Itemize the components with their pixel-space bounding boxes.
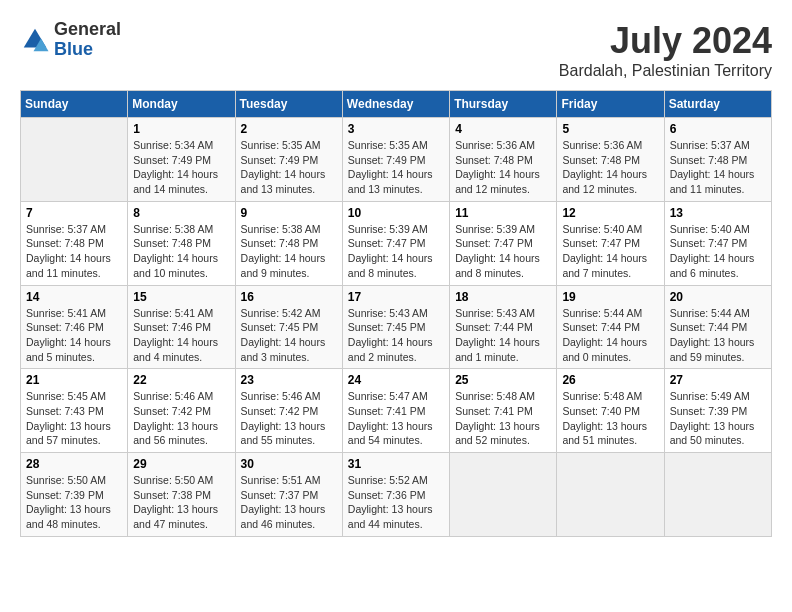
day-info: Sunrise: 5:37 AMSunset: 7:48 PMDaylight:… <box>26 222 122 281</box>
day-number: 18 <box>455 290 551 304</box>
calendar-week-row: 21Sunrise: 5:45 AMSunset: 7:43 PMDayligh… <box>21 369 772 453</box>
day-number: 29 <box>133 457 229 471</box>
day-number: 2 <box>241 122 337 136</box>
day-info: Sunrise: 5:39 AMSunset: 7:47 PMDaylight:… <box>348 222 444 281</box>
logo: General Blue <box>20 20 121 60</box>
day-number: 8 <box>133 206 229 220</box>
day-number: 5 <box>562 122 658 136</box>
day-number: 13 <box>670 206 766 220</box>
calendar-week-row: 7Sunrise: 5:37 AMSunset: 7:48 PMDaylight… <box>21 201 772 285</box>
calendar-day-cell: 10Sunrise: 5:39 AMSunset: 7:47 PMDayligh… <box>342 201 449 285</box>
day-number: 3 <box>348 122 444 136</box>
day-info: Sunrise: 5:42 AMSunset: 7:45 PMDaylight:… <box>241 306 337 365</box>
calendar-day-cell <box>450 453 557 537</box>
day-info: Sunrise: 5:46 AMSunset: 7:42 PMDaylight:… <box>133 389 229 448</box>
logo-general: General <box>54 20 121 40</box>
logo-text: General Blue <box>54 20 121 60</box>
day-info: Sunrise: 5:51 AMSunset: 7:37 PMDaylight:… <box>241 473 337 532</box>
calendar-day-cell: 6Sunrise: 5:37 AMSunset: 7:48 PMDaylight… <box>664 118 771 202</box>
day-number: 14 <box>26 290 122 304</box>
day-info: Sunrise: 5:49 AMSunset: 7:39 PMDaylight:… <box>670 389 766 448</box>
day-of-week-header: Sunday <box>21 91 128 118</box>
day-info: Sunrise: 5:44 AMSunset: 7:44 PMDaylight:… <box>562 306 658 365</box>
day-info: Sunrise: 5:52 AMSunset: 7:36 PMDaylight:… <box>348 473 444 532</box>
calendar-day-cell: 14Sunrise: 5:41 AMSunset: 7:46 PMDayligh… <box>21 285 128 369</box>
month-year: July 2024 <box>559 20 772 62</box>
day-info: Sunrise: 5:38 AMSunset: 7:48 PMDaylight:… <box>133 222 229 281</box>
day-number: 28 <box>26 457 122 471</box>
day-info: Sunrise: 5:48 AMSunset: 7:41 PMDaylight:… <box>455 389 551 448</box>
calendar-day-cell <box>664 453 771 537</box>
calendar-day-cell: 15Sunrise: 5:41 AMSunset: 7:46 PMDayligh… <box>128 285 235 369</box>
calendar-header: SundayMondayTuesdayWednesdayThursdayFrid… <box>21 91 772 118</box>
day-number: 21 <box>26 373 122 387</box>
day-number: 23 <box>241 373 337 387</box>
day-info: Sunrise: 5:38 AMSunset: 7:48 PMDaylight:… <box>241 222 337 281</box>
day-info: Sunrise: 5:35 AMSunset: 7:49 PMDaylight:… <box>348 138 444 197</box>
day-number: 16 <box>241 290 337 304</box>
day-number: 12 <box>562 206 658 220</box>
calendar-table: SundayMondayTuesdayWednesdayThursdayFrid… <box>20 90 772 537</box>
day-info: Sunrise: 5:44 AMSunset: 7:44 PMDaylight:… <box>670 306 766 365</box>
calendar-day-cell: 25Sunrise: 5:48 AMSunset: 7:41 PMDayligh… <box>450 369 557 453</box>
day-number: 19 <box>562 290 658 304</box>
day-info: Sunrise: 5:35 AMSunset: 7:49 PMDaylight:… <box>241 138 337 197</box>
day-number: 1 <box>133 122 229 136</box>
calendar-week-row: 28Sunrise: 5:50 AMSunset: 7:39 PMDayligh… <box>21 453 772 537</box>
title-area: July 2024 Bardalah, Palestinian Territor… <box>559 20 772 80</box>
day-info: Sunrise: 5:40 AMSunset: 7:47 PMDaylight:… <box>562 222 658 281</box>
day-number: 6 <box>670 122 766 136</box>
day-info: Sunrise: 5:41 AMSunset: 7:46 PMDaylight:… <box>133 306 229 365</box>
day-number: 10 <box>348 206 444 220</box>
calendar-week-row: 14Sunrise: 5:41 AMSunset: 7:46 PMDayligh… <box>21 285 772 369</box>
day-info: Sunrise: 5:39 AMSunset: 7:47 PMDaylight:… <box>455 222 551 281</box>
day-number: 26 <box>562 373 658 387</box>
location: Bardalah, Palestinian Territory <box>559 62 772 80</box>
day-info: Sunrise: 5:50 AMSunset: 7:39 PMDaylight:… <box>26 473 122 532</box>
day-number: 4 <box>455 122 551 136</box>
calendar-day-cell: 19Sunrise: 5:44 AMSunset: 7:44 PMDayligh… <box>557 285 664 369</box>
calendar-day-cell: 3Sunrise: 5:35 AMSunset: 7:49 PMDaylight… <box>342 118 449 202</box>
calendar-day-cell <box>557 453 664 537</box>
calendar-day-cell: 5Sunrise: 5:36 AMSunset: 7:48 PMDaylight… <box>557 118 664 202</box>
calendar-day-cell: 12Sunrise: 5:40 AMSunset: 7:47 PMDayligh… <box>557 201 664 285</box>
calendar-day-cell: 18Sunrise: 5:43 AMSunset: 7:44 PMDayligh… <box>450 285 557 369</box>
calendar-day-cell: 27Sunrise: 5:49 AMSunset: 7:39 PMDayligh… <box>664 369 771 453</box>
day-number: 22 <box>133 373 229 387</box>
calendar-day-cell: 1Sunrise: 5:34 AMSunset: 7:49 PMDaylight… <box>128 118 235 202</box>
calendar-day-cell: 28Sunrise: 5:50 AMSunset: 7:39 PMDayligh… <box>21 453 128 537</box>
calendar-body: 1Sunrise: 5:34 AMSunset: 7:49 PMDaylight… <box>21 118 772 537</box>
calendar-day-cell: 11Sunrise: 5:39 AMSunset: 7:47 PMDayligh… <box>450 201 557 285</box>
day-info: Sunrise: 5:36 AMSunset: 7:48 PMDaylight:… <box>562 138 658 197</box>
day-number: 15 <box>133 290 229 304</box>
day-number: 20 <box>670 290 766 304</box>
calendar-day-cell: 20Sunrise: 5:44 AMSunset: 7:44 PMDayligh… <box>664 285 771 369</box>
day-number: 30 <box>241 457 337 471</box>
day-number: 9 <box>241 206 337 220</box>
logo-blue: Blue <box>54 40 121 60</box>
day-number: 27 <box>670 373 766 387</box>
day-number: 25 <box>455 373 551 387</box>
day-of-week-header: Thursday <box>450 91 557 118</box>
day-number: 7 <box>26 206 122 220</box>
day-of-week-header: Monday <box>128 91 235 118</box>
calendar-day-cell: 17Sunrise: 5:43 AMSunset: 7:45 PMDayligh… <box>342 285 449 369</box>
day-info: Sunrise: 5:40 AMSunset: 7:47 PMDaylight:… <box>670 222 766 281</box>
header-row: SundayMondayTuesdayWednesdayThursdayFrid… <box>21 91 772 118</box>
logo-icon <box>20 25 50 55</box>
calendar-day-cell: 9Sunrise: 5:38 AMSunset: 7:48 PMDaylight… <box>235 201 342 285</box>
day-of-week-header: Friday <box>557 91 664 118</box>
day-info: Sunrise: 5:46 AMSunset: 7:42 PMDaylight:… <box>241 389 337 448</box>
calendar-day-cell: 26Sunrise: 5:48 AMSunset: 7:40 PMDayligh… <box>557 369 664 453</box>
calendar-day-cell: 23Sunrise: 5:46 AMSunset: 7:42 PMDayligh… <box>235 369 342 453</box>
day-number: 31 <box>348 457 444 471</box>
calendar-day-cell: 29Sunrise: 5:50 AMSunset: 7:38 PMDayligh… <box>128 453 235 537</box>
calendar-day-cell: 21Sunrise: 5:45 AMSunset: 7:43 PMDayligh… <box>21 369 128 453</box>
day-info: Sunrise: 5:47 AMSunset: 7:41 PMDaylight:… <box>348 389 444 448</box>
day-info: Sunrise: 5:41 AMSunset: 7:46 PMDaylight:… <box>26 306 122 365</box>
calendar-day-cell: 31Sunrise: 5:52 AMSunset: 7:36 PMDayligh… <box>342 453 449 537</box>
day-number: 11 <box>455 206 551 220</box>
day-info: Sunrise: 5:36 AMSunset: 7:48 PMDaylight:… <box>455 138 551 197</box>
day-number: 24 <box>348 373 444 387</box>
calendar-day-cell: 4Sunrise: 5:36 AMSunset: 7:48 PMDaylight… <box>450 118 557 202</box>
